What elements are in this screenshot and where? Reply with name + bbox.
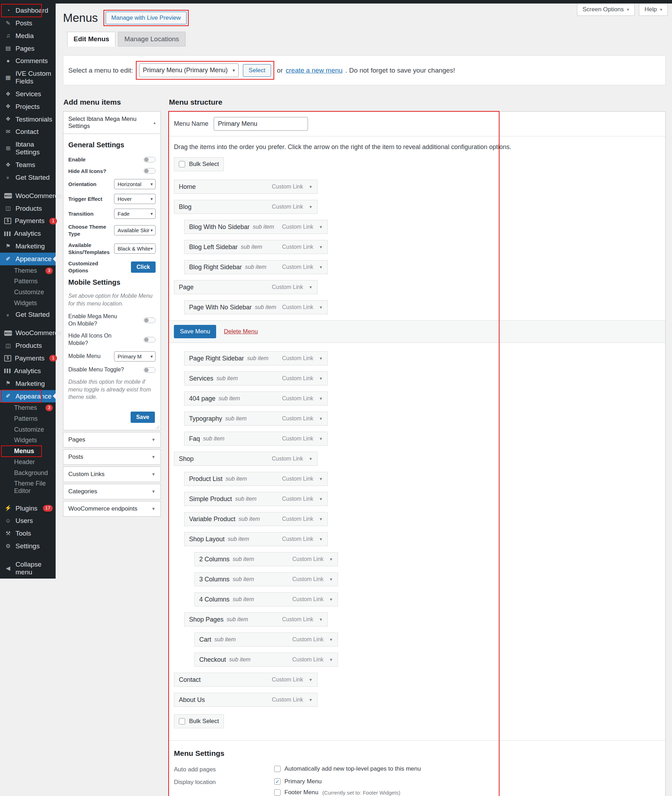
tab-edit-menus[interactable]: Edit Menus (67, 32, 115, 47)
sidebar-item-products[interactable]: ◫Products (0, 339, 56, 352)
hide-all-icons-on-mobile-toggle[interactable] (144, 337, 155, 342)
menu-item-home[interactable]: HomeCustom Link▼ (174, 180, 317, 194)
sidebar-item-comments[interactable]: ●Comments (0, 55, 56, 67)
bulk-select-checkbox[interactable] (179, 161, 185, 167)
bulk-select-top[interactable]: Bulk Select (174, 157, 224, 171)
sidebar-item-products[interactable]: ◫Products (0, 202, 56, 215)
sidebar-item-projects[interactable]: ❖Projects (0, 100, 56, 113)
menu-select-dropdown[interactable]: Primary Menu (Primary Menu) ▾ (139, 63, 239, 77)
sidebar-item-analytics[interactable]: Analytics (0, 365, 56, 377)
help-button[interactable]: Help ▾ (639, 3, 668, 16)
accordion-custom-links[interactable]: Custom Links▼ (63, 467, 161, 482)
chevron-down-icon[interactable]: ▼ (309, 677, 313, 682)
checkbox-checked[interactable]: ✓ (274, 778, 280, 785)
sidebar-item-get-started[interactable]: »Get Started (0, 308, 56, 321)
sidebar-item-teams[interactable]: ❖Teams (0, 159, 56, 171)
bulk-select-checkbox[interactable] (179, 718, 185, 724)
menu-item-shop-layout[interactable]: Shop Layoutsub itemCustom Link▼ (184, 532, 328, 546)
menu-item-typography[interactable]: Typographysub itemCustom Link▼ (184, 412, 328, 426)
menu-item-blog-right-sidebar[interactable]: Blog Right Sidebarsub itemCustom Link▼ (184, 260, 328, 274)
menu-item-blog[interactable]: BlogCustom Link▼ (174, 200, 317, 214)
sidebar-item-testimonials[interactable]: ❖Testimonials (0, 113, 56, 126)
chevron-down-icon[interactable]: ▼ (329, 597, 333, 602)
sidebar-item-marketing[interactable]: ⚑Marketing (0, 240, 56, 253)
sidebar-item-patterns[interactable]: Patterns (0, 413, 56, 424)
screen-options-button[interactable]: Screen Options ▾ (577, 3, 635, 16)
sidebar-item-ibtana-settings[interactable]: ⊞Ibtana Settings (0, 138, 56, 159)
bulk-select-bottom[interactable]: Bulk Select (174, 714, 224, 729)
menu-item-services[interactable]: Servicessub itemCustom Link▼ (184, 371, 328, 385)
menu-item-checkout[interactable]: Checkoutsub itemCustom Link▼ (194, 653, 338, 667)
sidebar-item-ive-custom-fields[interactable]: ▦IVE Custom Fields (0, 67, 56, 88)
menu-item-shop[interactable]: ShopCustom Link▼ (174, 452, 317, 466)
sidebar-item-plugins[interactable]: ⚡Plugins17 (0, 502, 56, 515)
auto-add-pages-checkbox[interactable] (274, 766, 280, 772)
sidebar-item-posts[interactable]: ✎Posts (0, 17, 56, 30)
available-skins-templates-select[interactable]: Black & White▾ (114, 244, 155, 254)
chevron-down-icon[interactable]: ▼ (319, 417, 323, 421)
sidebar-item-media[interactable]: ♫Media (0, 30, 56, 42)
sidebar-item-tools[interactable]: ⚒Tools (0, 527, 56, 540)
accordion-pages[interactable]: Pages▼ (63, 432, 161, 448)
chevron-down-icon[interactable]: ▼ (329, 637, 333, 642)
disable-menu-toggle-toggle[interactable] (144, 367, 155, 373)
sidebar-item-appearance[interactable]: ✐Appearance (0, 390, 56, 403)
chevron-down-icon[interactable]: ▼ (329, 577, 333, 581)
choose-theme-type-select[interactable]: Available Skir▾ (114, 225, 155, 235)
menu-item-2-columns[interactable]: 2 Columnssub itemCustom Link▼ (194, 552, 338, 566)
chevron-down-icon[interactable]: ▼ (309, 457, 313, 461)
sidebar-item-widgets[interactable]: Widgets (0, 298, 56, 309)
menu-item-page-right-sidebar[interactable]: Page Right Sidebarsub itemCustom Link▼ (184, 351, 328, 366)
chevron-down-icon[interactable]: ▼ (319, 517, 323, 521)
chevron-down-icon[interactable]: ▼ (309, 285, 313, 289)
sidebar-item-customize[interactable]: Customize (0, 424, 56, 435)
sidebar-item-payments[interactable]: $Payments1 (0, 352, 56, 365)
chevron-down-icon[interactable]: ▼ (319, 305, 323, 310)
hide-all-icons-toggle[interactable] (144, 168, 155, 174)
chevron-down-icon[interactable]: ▼ (319, 396, 323, 401)
select-button[interactable]: Select (243, 64, 271, 77)
panel-save-button[interactable]: Save (131, 412, 155, 423)
menu-item-variable-product[interactable]: Variable Productsub itemCustom Link▼ (184, 512, 328, 526)
chevron-down-icon[interactable]: ▼ (329, 557, 333, 561)
sidebar-item-themes[interactable]: Themes3 (0, 265, 56, 276)
chevron-down-icon[interactable]: ▼ (319, 477, 323, 481)
enable-toggle[interactable] (144, 157, 155, 162)
chevron-down-icon[interactable]: ▼ (319, 537, 323, 541)
sidebar-item-woocommerce[interactable]: WOOWooCommerce (0, 327, 56, 339)
auto-add-pages-option[interactable]: Automatically add new top-level pages to… (274, 766, 421, 772)
accordion-posts[interactable]: Posts▼ (63, 449, 161, 465)
sidebar-item-dashboard[interactable]: ◔Dashboard (0, 4, 56, 17)
chevron-down-icon[interactable]: ▼ (319, 356, 323, 361)
sidebar-item-contact[interactable]: ✉Contact (0, 125, 56, 138)
chevron-down-icon[interactable]: ▼ (309, 205, 313, 209)
sidebar-item-services[interactable]: ❖Services (0, 88, 56, 100)
sidebar-item-header[interactable]: Header (0, 457, 56, 468)
menu-item-blog-with-no-sidebar[interactable]: Blog With No Sidebarsub itemCustom Link▼ (184, 220, 328, 234)
ibtana-settings-panel-header[interactable]: Select Ibtana Mega Menu Settings ▴ (63, 112, 160, 134)
sidebar-item-collapse-menu[interactable]: ◀Collapse menu (0, 558, 56, 579)
mobile-menu-select[interactable]: Primary M▾ (114, 351, 155, 361)
menu-name-input[interactable] (214, 117, 308, 131)
sidebar-item-menus[interactable]: Menus (0, 446, 56, 457)
checkbox-unchecked[interactable] (274, 789, 280, 796)
chevron-down-icon[interactable]: ▼ (319, 265, 323, 269)
sidebar-item-theme-file-editor[interactable]: Theme File Editor (0, 478, 56, 496)
chevron-down-icon[interactable]: ▼ (319, 617, 323, 621)
menu-item-contact[interactable]: ContactCustom Link▼ (174, 672, 317, 687)
location-option-footer-menu[interactable]: Footer Menu(Currently set to: Footer Wid… (274, 789, 400, 796)
sidebar-item-patterns[interactable]: Patterns (0, 276, 56, 287)
enable-mega-menu-on-mobile-toggle[interactable] (144, 318, 155, 323)
location-option-primary-menu[interactable]: ✓Primary Menu (274, 778, 400, 785)
chevron-down-icon[interactable]: ▼ (319, 376, 323, 380)
chevron-down-icon[interactable]: ▼ (309, 185, 313, 189)
chevron-down-icon[interactable]: ▼ (309, 698, 313, 702)
menu-item-4-columns[interactable]: 4 Columnssub itemCustom Link▼ (194, 592, 338, 607)
menu-item-3-columns[interactable]: 3 Columnssub itemCustom Link▼ (194, 572, 338, 586)
create-new-menu-link[interactable]: create a new menu (286, 67, 343, 74)
sidebar-item-woocommerce[interactable]: WOOWooCommerce (0, 189, 56, 202)
sidebar-item-marketing[interactable]: ⚑Marketing (0, 377, 56, 390)
tab-manage-locations[interactable]: Manage Locations (118, 32, 185, 47)
sidebar-item-themes[interactable]: Themes3 (0, 403, 56, 413)
chevron-down-icon[interactable]: ▼ (319, 437, 323, 441)
